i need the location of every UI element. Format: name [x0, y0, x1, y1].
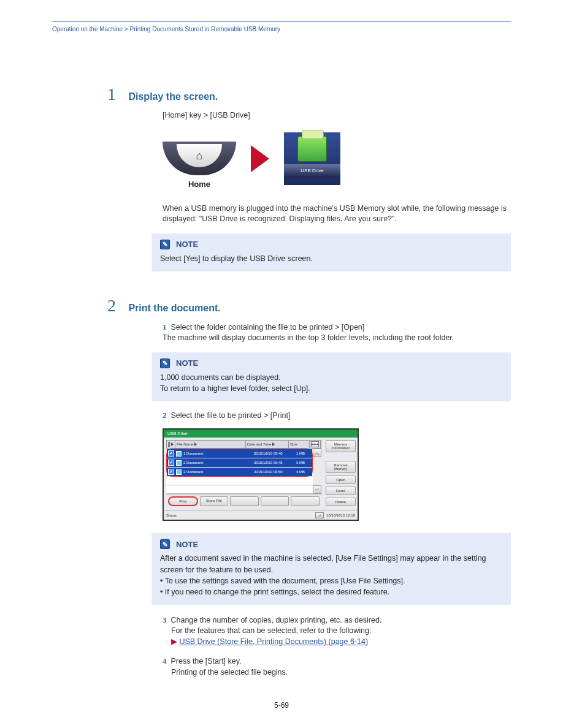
checkbox-icon[interactable]: ✔	[168, 460, 174, 466]
step1-line: [Home] key > [USB Drive]	[163, 110, 511, 121]
note-1-head: ✎ NOTE	[160, 240, 502, 249]
step2-instr: Select the file to be printed > [Print]	[170, 411, 290, 420]
side-panel: Memory Information Remove Memory Open De…	[324, 438, 358, 510]
cell-date: 2015/10/10 09:40	[254, 452, 294, 455]
step-2-num: 2	[107, 296, 126, 316]
cell-name: 2 Document	[183, 461, 252, 464]
checkbox-icon[interactable]: ✔	[168, 450, 174, 457]
file-icon	[176, 451, 182, 457]
sub3-a: Change the number of copies, duplex prin…	[170, 616, 381, 624]
cell-name: 3 Document	[183, 470, 252, 474]
header-row: Operation on the Machine > Printing Docu…	[52, 26, 511, 32]
print-button[interactable]: Print	[168, 496, 198, 506]
status-date: 10/10/2015 10:10	[326, 514, 355, 517]
usb-drive-tile[interactable]: USB Drive	[284, 132, 340, 185]
note-mid-head: ✎ NOTE	[160, 358, 502, 368]
sub4-num: 4	[163, 656, 167, 665]
usb-tile-label: USB Drive	[284, 164, 340, 178]
ss-titlebar: USB Drive	[164, 430, 358, 438]
note2-b: If you need to change the print settings…	[165, 588, 389, 596]
cell-date: 2015/10/10 09:45	[254, 461, 294, 464]
table-row[interactable]: ✔ 3 Document 2015/10/10 09:50 4 MB	[167, 468, 312, 476]
step2-sub1: 1 Select the folder containing the file …	[163, 322, 511, 344]
usb-box-icon	[297, 136, 327, 162]
col-name[interactable]: File Name	[177, 442, 193, 446]
footer-button[interactable]	[291, 496, 320, 506]
header-left: Operation on the Machine > Printing Docu…	[52, 26, 280, 32]
note-2: ✎ NOTE After a document saved in the mac…	[151, 533, 511, 605]
page-number: 5-69	[0, 701, 563, 710]
memory-info-button[interactable]: Memory Information	[326, 440, 356, 452]
note2-text: After a document saved in the machine is…	[160, 554, 486, 574]
note-2-body: After a document saved in the machine is…	[160, 553, 502, 597]
ss-footer: Print Store File	[166, 494, 321, 508]
note-icon-3: ✎	[160, 539, 170, 549]
note-mid-body: 1,000 documents can be displayed. To ret…	[160, 372, 502, 394]
empty-row	[166, 477, 313, 485]
table-row[interactable]: ✔ 2 Document 2015/10/10 09:45 3 MB	[167, 458, 312, 468]
cell-size: 1 MB	[296, 452, 311, 455]
note-1-body: Select [Yes] to display the USB Drive sc…	[160, 253, 502, 264]
col-size[interactable]: Size	[290, 442, 297, 446]
note-mid-b: To return to a higher level folder, sele…	[160, 384, 310, 393]
delete-button[interactable]: Delete	[326, 498, 356, 506]
scroll-up-icon[interactable]: ︿	[313, 449, 321, 457]
ss-status-bar: Status ⏎ 10/10/2015 10:10	[164, 510, 358, 520]
step-2-header: 2 Print the document.	[107, 296, 511, 316]
file-icon	[176, 460, 182, 466]
home-icon: ⌂	[177, 144, 222, 167]
empty-row	[166, 485, 313, 494]
note-icon-2: ✎	[160, 358, 170, 368]
sub3-b: For the features that can be selected, r…	[171, 626, 372, 635]
open-button[interactable]: Open	[326, 476, 356, 484]
ss-title-left: USB Drive	[167, 431, 188, 436]
step2-sub1-text: Select the folder containing the file to…	[163, 323, 454, 343]
cell-size: 3 MB	[296, 461, 311, 464]
footer-button[interactable]	[230, 496, 259, 506]
note-mid-a: 1,000 documents can be displayed.	[160, 373, 281, 382]
step-2-title: Print the document.	[128, 303, 220, 313]
arrow-icon	[251, 145, 269, 172]
key-icon: ⏎	[315, 512, 324, 518]
home-key[interactable]: ⌂ Home	[163, 142, 236, 175]
sub4-b: Printing of the selected file begins.	[171, 668, 288, 677]
cell-size: 4 MB	[296, 470, 311, 474]
step-1-num: 1	[107, 85, 126, 104]
device-screenshot: USB Drive File Name Date and Time Size ✔…	[163, 428, 359, 521]
remove-memory-button[interactable]: Remove Memory	[326, 461, 356, 473]
note2-a: To use the settings saved with the docum…	[165, 577, 405, 585]
detail-button[interactable]: Detail	[326, 487, 356, 495]
sub3-num: 3	[163, 615, 167, 624]
col-date[interactable]: Date and Time	[247, 442, 271, 446]
note-2-head: ✎ NOTE	[160, 539, 502, 549]
scroll-down-icon[interactable]: ﹀	[313, 485, 321, 494]
note-2-title: NOTE	[176, 540, 198, 549]
sub4-a: Press the [Start] key.	[170, 657, 241, 665]
step2-sub3: 3 Change the number of copies, duplex pr…	[163, 615, 511, 648]
note-mid-title: NOTE	[176, 358, 198, 368]
step1-subtext: When a USB memory is plugged into the ma…	[163, 203, 511, 225]
home-label: Home	[163, 180, 236, 189]
note-1-title: NOTE	[176, 240, 198, 249]
home-strip: ⌂ Home USB Drive	[163, 132, 511, 185]
file-list: ✔ 1 Document 2015/10/10 09:40 1 MB ✔ 2 D…	[166, 449, 313, 477]
note-mid: ✎ NOTE 1,000 documents can be displayed.…	[151, 352, 511, 401]
note-1: ✎ NOTE Select [Yes] to display the USB D…	[151, 233, 511, 271]
step2-sub2: 2 Select the file to be printed > [Print…	[163, 410, 511, 422]
note-icon: ✎	[160, 240, 170, 249]
status-label: Status	[166, 514, 177, 517]
step-1-header: 1 Display the screen.	[107, 85, 511, 104]
grid-icon[interactable]	[311, 441, 319, 447]
checkbox-icon[interactable]: ✔	[168, 469, 174, 475]
cell-name: 1 Document	[183, 452, 252, 455]
table-row[interactable]: ✔ 1 Document 2015/10/10 09:40 1 MB	[167, 449, 312, 458]
scrollbar[interactable]: ︿ ﹀	[313, 449, 321, 494]
footer-button[interactable]	[261, 496, 289, 506]
step2-sub4: 4 Press the [Start] key. Printing of the…	[163, 656, 511, 678]
ref-link[interactable]: USB Drive (Store File, Printing Document…	[179, 637, 368, 646]
step-1-title: Display the screen.	[128, 91, 218, 102]
store-file-button[interactable]: Store File	[200, 496, 229, 506]
header-rule	[52, 21, 511, 22]
cell-date: 2015/10/10 09:50	[254, 470, 294, 474]
ss-header-row: File Name Date and Time Size	[166, 440, 321, 449]
